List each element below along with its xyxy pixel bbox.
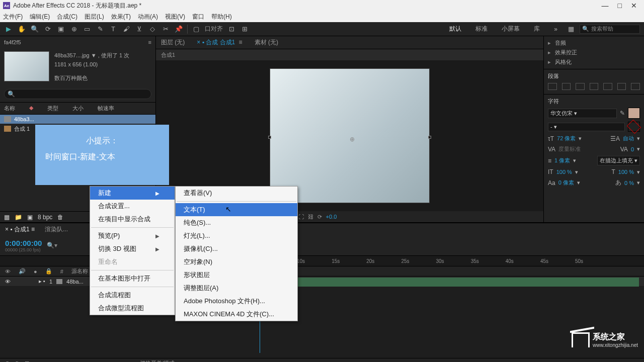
workspace-default[interactable]: 默认 (444, 25, 466, 33)
timeline-tab-comp[interactable]: × ▪ 合成1 ≡ (5, 225, 35, 234)
workspace-standard[interactable]: 标准 (470, 25, 493, 33)
timeline-search-icon[interactable]: 🔍▾ (47, 242, 57, 249)
selection-tool-icon[interactable]: ▶ (4, 25, 13, 34)
new-comp-icon[interactable]: ▣ (27, 214, 33, 221)
ctx-new-null[interactable]: 空对象(N) (176, 255, 297, 268)
baseline-value[interactable]: 0 像素 (558, 179, 574, 187)
ctx-mini-flowchart[interactable]: 合成微型流程图 (90, 302, 175, 315)
tab-layer[interactable]: 图层 (无) (161, 38, 185, 47)
interpret-icon[interactable]: ▦ (4, 214, 10, 221)
brush-tool-icon[interactable]: 🖌 (122, 25, 131, 34)
shy-icon[interactable]: ◐ (15, 360, 20, 362)
eraser-tool-icon[interactable]: ◇ (148, 25, 157, 34)
toggle-switches[interactable]: 切换开关/模式 (140, 359, 175, 362)
help-search[interactable]: 🔍 搜索帮助 (580, 25, 640, 34)
fontsize-value[interactable]: 72 像素 (557, 135, 576, 142)
ctx-new-viewer[interactable]: 查看器(V) (176, 187, 297, 200)
col-tag-icon[interactable]: ◆ (29, 105, 33, 112)
exposure-value[interactable]: +0.0 (326, 214, 337, 220)
snap-opt1-icon[interactable]: ⊡ (227, 25, 236, 34)
ctx-comp-settings[interactable]: 合成设置... (90, 200, 175, 213)
composition-canvas[interactable]: ⊕ (270, 68, 430, 203)
col-fps[interactable]: 帧速率 (98, 105, 114, 112)
ctx-new-shape[interactable]: 形状图层 (176, 268, 297, 282)
layer-expand-icon[interactable]: ▸ ▪ (39, 278, 45, 285)
align-label[interactable]: 口对齐 (205, 25, 223, 33)
close-button[interactable]: ✕ (631, 2, 637, 10)
layer-name[interactable]: 48ba... (66, 279, 84, 285)
exposure-reset-icon[interactable]: ⟳ (317, 214, 322, 220)
align-left-icon[interactable] (548, 83, 557, 90)
anchor-tool-icon[interactable]: ⊕ (69, 25, 78, 34)
viewer-breadcrumb[interactable]: 合成1 (156, 49, 543, 60)
leading-value[interactable]: 自动 (623, 135, 634, 142)
kerning-value[interactable]: 度量标准 (558, 145, 581, 153)
snap-toggle-icon[interactable]: ▢ (192, 25, 201, 34)
menu-composition[interactable]: 合成(C) (57, 13, 77, 21)
workspace-library[interactable]: 库 (529, 25, 545, 33)
ctx-new-camera[interactable]: 摄像机(C)... (176, 242, 297, 255)
fill-color-swatch[interactable] (628, 108, 640, 119)
panel-menu-icon[interactable]: ≡ (148, 39, 151, 45)
menu-window[interactable]: 窗口 (192, 13, 204, 21)
tab-footage[interactable]: 素材 (无) (255, 38, 278, 47)
menu-edit[interactable]: 编辑(E) (30, 13, 50, 21)
snap-opt2-icon[interactable]: ⊞ (240, 25, 249, 34)
ctx-preview[interactable]: 预览(P)▶ (90, 229, 175, 242)
puppet-tool-icon[interactable]: 📌 (174, 25, 183, 34)
audio-icon[interactable]: 🔊 (19, 268, 26, 275)
menu-effect[interactable]: 效果(T) (111, 13, 131, 21)
shape-tool-icon[interactable]: ▭ (83, 25, 92, 34)
project-row[interactable]: 48ba3... (0, 115, 155, 124)
zoom-tool-icon[interactable]: 🔍 (30, 25, 39, 34)
lock-icon[interactable]: 🔒 (45, 268, 52, 275)
col-type[interactable]: 类型 (47, 105, 58, 112)
align-center-icon[interactable] (562, 83, 571, 90)
resize-handle[interactable] (428, 136, 431, 139)
project-search[interactable]: 🔍 (4, 89, 151, 99)
workspace-small[interactable]: 小屏幕 (497, 25, 525, 33)
trash-icon[interactable]: 🗑 (57, 214, 63, 221)
frame-blend-icon[interactable]: ⊡ (25, 360, 29, 362)
timeline-tab-render[interactable]: 渲染队... (45, 225, 68, 234)
col-name[interactable]: 名称 (4, 105, 15, 112)
ctx-reveal-in-project[interactable]: 在项目中显示合成 (90, 213, 175, 226)
ctx-flowchart[interactable]: 合成流程图 (90, 289, 175, 302)
visibility-icon[interactable]: 👁 (5, 268, 11, 275)
camera-tool-icon[interactable]: ▣ (56, 25, 65, 34)
ctx-new-solid[interactable]: 纯色(S)... (176, 216, 297, 229)
roto-tool-icon[interactable]: ✂ (161, 25, 170, 34)
vscale-value[interactable]: 100 % (556, 169, 572, 175)
menu-layer[interactable]: 图层(L) (85, 13, 104, 21)
ctx-new-adjustment[interactable]: 调整图层(A) (176, 282, 297, 295)
expand-icon[interactable]: ▸ (548, 49, 551, 56)
menu-view[interactable]: 视图(V) (165, 13, 185, 21)
stroke-color-swatch[interactable] (628, 122, 640, 132)
menu-help[interactable]: 帮助(H) (211, 13, 232, 21)
new-folder-icon[interactable]: 📁 (15, 214, 22, 221)
ctx-new[interactable]: 新建▶ (90, 187, 175, 200)
bpc-label[interactable]: 8 bpc (38, 214, 52, 221)
timecode[interactable]: 0:00:00:00 (5, 239, 42, 247)
justify-center-icon[interactable] (603, 83, 612, 90)
ctx-switch-3d[interactable]: 切换 3D 视图▶ (90, 242, 175, 255)
maximize-button[interactable]: □ (618, 2, 622, 10)
viewer-opt-icon[interactable]: ⛓ (308, 214, 313, 220)
ctx-new-light[interactable]: 灯光(L)... (176, 229, 297, 242)
hscale-value[interactable]: 100 % (618, 169, 634, 175)
layer-bar[interactable] (297, 278, 639, 287)
ctx-open-egp[interactable]: 在基本图形中打开 (90, 272, 175, 285)
viewer-opt-icon[interactable]: ⛶ (298, 214, 304, 220)
workspace-more-icon[interactable]: » (549, 26, 562, 33)
stroke-value[interactable]: 1 像素 (554, 157, 570, 164)
text-tool-icon[interactable]: T (109, 25, 118, 34)
tsume-value[interactable]: 0 % (624, 180, 634, 186)
tracking-value[interactable]: 0 (631, 146, 634, 152)
menu-file[interactable]: 文件(F) (3, 13, 23, 21)
justify-right-icon[interactable] (617, 83, 626, 90)
justify-left-icon[interactable] (590, 83, 599, 90)
expand-icon[interactable]: ▸ (548, 40, 551, 46)
tab-menu-icon[interactable]: ≡ (237, 39, 242, 46)
ctx-new-c4d[interactable]: MAXON CINEMA 4D 文件(C)... (176, 308, 297, 321)
menu-animation[interactable]: 动画(A) (138, 13, 158, 21)
